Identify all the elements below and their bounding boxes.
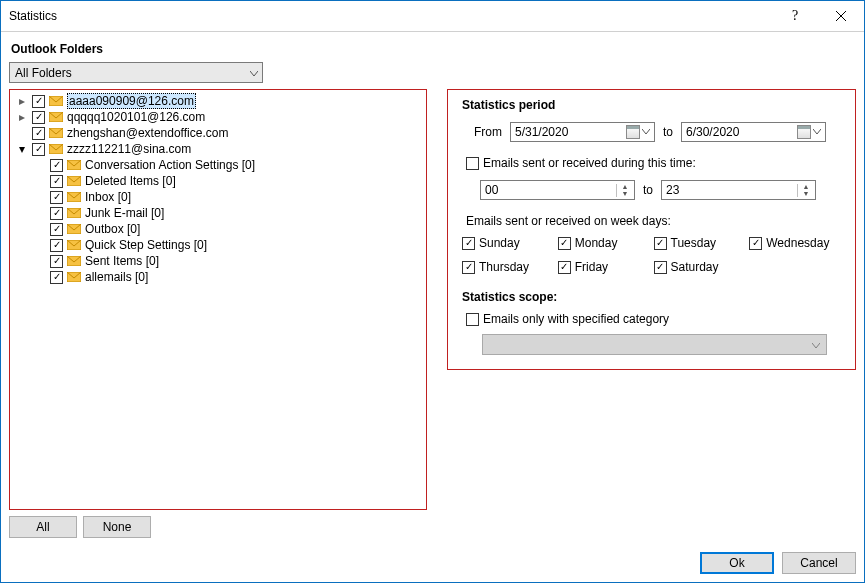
- close-icon: [836, 11, 846, 21]
- from-date-value: 5/31/2020: [515, 125, 568, 139]
- to-date-value: 6/30/2020: [686, 125, 739, 139]
- mail-icon: [67, 224, 81, 234]
- folder-filter-value: All Folders: [15, 66, 72, 80]
- weekday-option[interactable]: Saturday: [654, 260, 750, 274]
- weekday-option[interactable]: Wednesday: [749, 236, 845, 250]
- mail-icon: [67, 272, 81, 282]
- folder-label: allemails [0]: [85, 270, 148, 284]
- folder-checkbox[interactable]: [50, 271, 63, 284]
- chevron-down-icon: [250, 66, 258, 80]
- time-to-field[interactable]: 23 ▲▼: [661, 180, 816, 200]
- time-from-value: 00: [485, 183, 498, 197]
- weekday-label: Sunday: [479, 236, 520, 250]
- close-button[interactable]: [818, 1, 864, 31]
- weekday-option[interactable]: Sunday: [462, 236, 558, 250]
- mail-icon: [49, 96, 63, 106]
- select-none-button[interactable]: None: [83, 516, 151, 538]
- spinner-icon: ▲▼: [616, 184, 630, 197]
- weekday-label: Monday: [575, 236, 618, 250]
- weekday-checkbox[interactable]: [462, 237, 475, 250]
- to-date-field[interactable]: 6/30/2020: [681, 122, 826, 142]
- section-heading-outlook-folders: Outlook Folders: [11, 42, 856, 56]
- ok-button[interactable]: Ok: [700, 552, 774, 574]
- mail-icon: [49, 112, 63, 122]
- category-checkbox[interactable]: [466, 313, 479, 326]
- tree-root-item[interactable]: ▸qqqqq1020101@126.com: [10, 109, 426, 125]
- mail-icon: [49, 128, 63, 138]
- folder-label: Sent Items [0]: [85, 254, 159, 268]
- tree-child-item[interactable]: allemails [0]: [10, 269, 426, 285]
- weekday-option[interactable]: Tuesday: [654, 236, 750, 250]
- mail-icon: [67, 160, 81, 170]
- chevron-down-icon: [813, 129, 821, 135]
- folder-tree[interactable]: ▸aaaa090909@126.com▸qqqqq1020101@126.com…: [9, 89, 427, 510]
- window-title: Statistics: [1, 9, 772, 23]
- tree-child-item[interactable]: Outbox [0]: [10, 221, 426, 237]
- time-to-value: 23: [666, 183, 679, 197]
- folder-checkbox[interactable]: [32, 143, 45, 156]
- folder-checkbox[interactable]: [50, 175, 63, 188]
- cancel-button[interactable]: Cancel: [782, 552, 856, 574]
- tree-child-item[interactable]: Quick Step Settings [0]: [10, 237, 426, 253]
- spinner-icon: ▲▼: [797, 184, 811, 197]
- chevron-right-icon[interactable]: ▸: [16, 110, 28, 124]
- time-range-label: Emails sent or received during this time…: [483, 156, 696, 170]
- dialog-footer: Ok Cancel: [1, 546, 864, 582]
- weekday-checkbox[interactable]: [749, 237, 762, 250]
- calendar-icon: [626, 125, 640, 139]
- chevron-down-icon[interactable]: ▾: [16, 142, 28, 156]
- tree-root-item[interactable]: ▾zzzz112211@sina.com: [10, 141, 426, 157]
- folder-checkbox[interactable]: [50, 255, 63, 268]
- time-range-checkbox[interactable]: [466, 157, 479, 170]
- weekdays-group: SundayMondayTuesdayWednesdayThursdayFrid…: [462, 236, 845, 274]
- tree-child-item[interactable]: Junk E-mail [0]: [10, 205, 426, 221]
- mail-icon: [67, 240, 81, 250]
- tree-child-item[interactable]: Deleted Items [0]: [10, 173, 426, 189]
- folder-label: Deleted Items [0]: [85, 174, 176, 188]
- chevron-down-icon: [812, 338, 820, 352]
- folder-checkbox[interactable]: [50, 239, 63, 252]
- weekday-option[interactable]: Friday: [558, 260, 654, 274]
- statistics-options-panel: Statistics period From 5/31/2020 to 6/30…: [447, 89, 856, 370]
- tree-child-item[interactable]: Inbox [0]: [10, 189, 426, 205]
- folder-label: Conversation Action Settings [0]: [85, 158, 255, 172]
- time-from-field[interactable]: 00 ▲▼: [480, 180, 635, 200]
- folder-checkbox[interactable]: [50, 223, 63, 236]
- tree-child-item[interactable]: Conversation Action Settings [0]: [10, 157, 426, 173]
- weekday-checkbox[interactable]: [558, 237, 571, 250]
- mail-icon: [67, 192, 81, 202]
- tree-root-item[interactable]: ▸aaaa090909@126.com: [10, 93, 426, 109]
- folder-checkbox[interactable]: [32, 111, 45, 124]
- weekday-checkbox[interactable]: [654, 261, 667, 274]
- weekday-checkbox[interactable]: [462, 261, 475, 274]
- mail-icon: [67, 176, 81, 186]
- weekday-label: Wednesday: [766, 236, 829, 250]
- from-label: From: [462, 125, 502, 139]
- weekday-label: Tuesday: [671, 236, 717, 250]
- weekday-label: Saturday: [671, 260, 719, 274]
- from-date-field[interactable]: 5/31/2020: [510, 122, 655, 142]
- chevron-right-icon[interactable]: ▸: [16, 94, 28, 108]
- category-label: Emails only with specified category: [483, 312, 669, 326]
- mail-icon: [67, 256, 81, 266]
- chevron-down-icon: [642, 129, 650, 135]
- folder-checkbox[interactable]: [50, 191, 63, 204]
- weekday-option[interactable]: Monday: [558, 236, 654, 250]
- select-all-button[interactable]: All: [9, 516, 77, 538]
- folder-filter-combo[interactable]: All Folders: [9, 62, 263, 83]
- folder-checkbox[interactable]: [50, 207, 63, 220]
- tree-child-item[interactable]: Sent Items [0]: [10, 253, 426, 269]
- to-label: to: [663, 125, 673, 139]
- folder-label: qqqqq1020101@126.com: [67, 110, 205, 124]
- folder-label: Quick Step Settings [0]: [85, 238, 207, 252]
- folder-checkbox[interactable]: [32, 95, 45, 108]
- weekday-checkbox[interactable]: [654, 237, 667, 250]
- folder-checkbox[interactable]: [50, 159, 63, 172]
- folder-label: aaaa090909@126.com: [67, 93, 196, 109]
- folder-checkbox[interactable]: [32, 127, 45, 140]
- weekday-option[interactable]: Thursday: [462, 260, 558, 274]
- category-combo[interactable]: [482, 334, 827, 355]
- weekday-checkbox[interactable]: [558, 261, 571, 274]
- help-button[interactable]: ?: [772, 1, 818, 31]
- tree-root-item[interactable]: ▸zhengshan@extendoffice.com: [10, 125, 426, 141]
